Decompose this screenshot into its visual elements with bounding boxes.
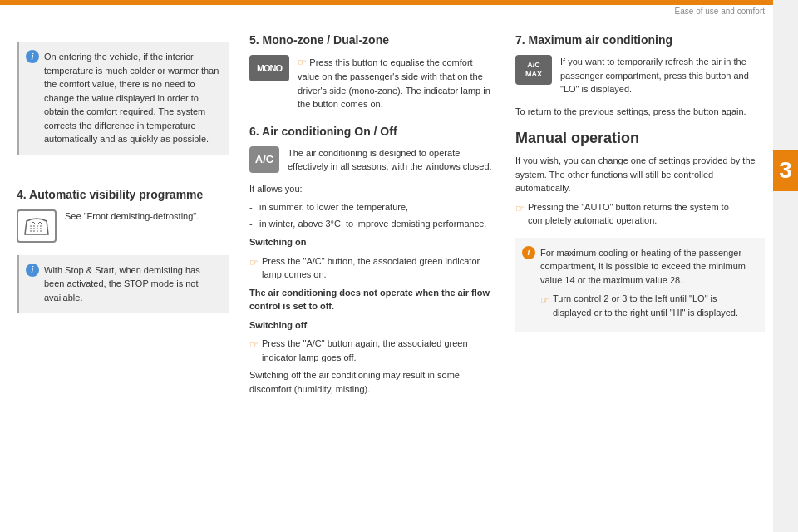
mid-column: 5. Mono-zone / Dual-zone MONO ☞ Press th… [241,17,507,532]
section4-heading: 4. Automatic visibility programme [17,188,229,201]
manual-op-arrow1: ☞ Pressing the "AUTO" button returns the… [515,200,765,228]
chapter-tab: 3 [773,0,798,532]
acmax-row: A/C MAX If you want to temporarily refre… [515,55,765,96]
info-icon-top: i [26,50,39,63]
acmax-button[interactable]: A/C MAX [515,55,552,85]
return-text: To return to the previous settings, pres… [515,105,765,119]
acmax-text: If you want to temporarily refresh the a… [560,55,765,96]
mono-row: MONO ☞ Press this button to equalise the… [249,55,495,111]
switching-off-row: ☞ Press the "A/C" button again, the asso… [249,337,495,364]
section-4: 4. Automatic visibility programme [17,188,229,313]
arrow-icon-mono: ☞ [298,57,309,68]
demist-row: See "Front demisting-defrosting". [17,209,229,243]
left-column: i On entering the vehicle, if the interi… [0,17,241,532]
acmax-line1: A/C [527,61,540,70]
demist-label: See "Front demisting-defrosting". [65,209,229,224]
demist-icon [17,209,57,243]
arrow-icon-manual: ☞ [515,201,525,216]
info-bottom-arrow1-text: Turn control 2 or 3 to the left until "L… [553,292,756,319]
allows-you-text: It allows you: [249,182,495,196]
switching-on-label: Switching on [249,237,306,247]
ac-intro-row: A/C The air conditioning is designed to … [249,146,495,174]
warning-text: The air conditioning does not operate wh… [249,286,495,313]
main-content: i On entering the vehicle, if the interi… [0,17,773,532]
switching-off-text: Press the "A/C" button again, the associ… [262,337,495,364]
section-5: 5. Mono-zone / Dual-zone MONO ☞ Press th… [249,33,495,111]
manual-op-arrow1-text: Pressing the "AUTO" button returns the s… [528,200,765,228]
section-7: 7. Maximum air conditioning A/C MAX If y… [515,33,765,118]
mono-text: Press this button to equalise the comfor… [298,57,490,109]
mono-button[interactable]: MONO [249,55,289,81]
arrow-icon-switching-off: ☞ [249,337,259,352]
ac-button[interactable]: A/C [249,146,279,173]
info-box-top-text: On entering the vehicle, if the interior… [44,52,219,144]
info-box-bottom: i For maximum cooling or heating of the … [515,238,765,332]
arrow-icon-bottom: ☞ [540,293,549,308]
demist-svg [22,214,52,238]
ac-intro-text: The air conditioning is designed to oper… [288,146,495,174]
chapter-number: 3 [773,150,798,191]
info-icon-stop-start: i [26,264,39,277]
manual-operation: Manual operation If you wish, you can ch… [515,130,765,228]
switching-on-row: ☞ Press the "A/C" button, the associated… [249,254,495,282]
section7-heading: 7. Maximum air conditioning [515,33,765,47]
acmax-line2: MAX [525,70,542,79]
switching-on-text: Press the "A/C" button, the associated g… [262,254,495,282]
section-6: 6. Air conditioning On / Off A/C The air… [249,125,495,397]
section6-heading: 6. Air conditioning On / Off [249,125,495,138]
section-label: Ease of use and comfort [675,7,765,16]
top-orange-bar [0,0,773,5]
stop-start-info: i With Stop & Start, when demisting has … [17,255,229,313]
bullet1: in summer, to lower the temperature, [249,200,495,214]
stop-start-text: With Stop & Start, when demisting has be… [44,265,200,303]
switching-off-label: Switching off [249,320,307,330]
manual-op-heading: Manual operation [515,130,765,147]
manual-op-intro: If you wish, you can change one of setti… [515,154,765,195]
bullet2: in winter, above 3°C, to improve demisti… [249,217,495,231]
section5-heading: 5. Mono-zone / Dual-zone [249,33,495,47]
info-icon-bottom: i [522,246,535,259]
info-bottom-arrow1: ☞ Turn control 2 or 3 to the left until … [540,292,756,319]
switching-off-note: Switching off the air conditioning may r… [249,368,495,396]
info-bottom-text: For maximum cooling or heating of the pa… [540,246,756,288]
info-box-top: i On entering the vehicle, if the interi… [17,42,229,155]
arrow-icon-switching-on: ☞ [249,255,259,270]
right-column: 7. Maximum air conditioning A/C MAX If y… [507,17,773,532]
